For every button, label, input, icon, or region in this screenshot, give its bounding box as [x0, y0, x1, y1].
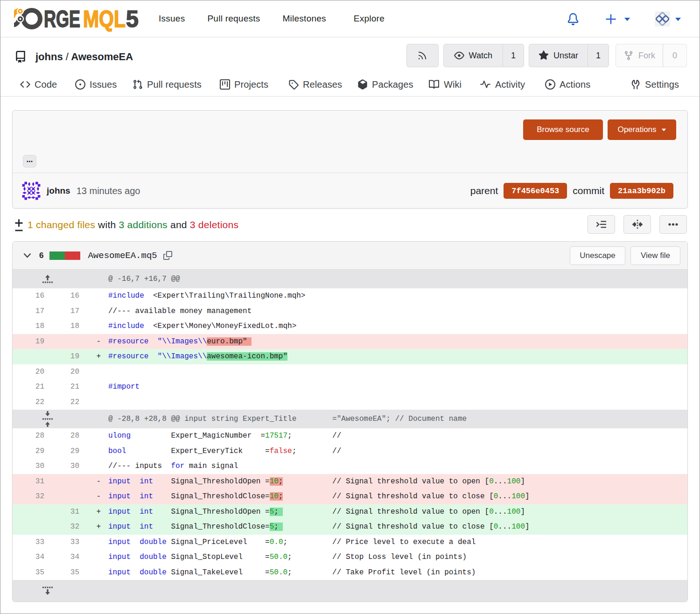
- svg-text:5: 5: [126, 6, 139, 32]
- svg-text:RGE: RGE: [44, 6, 80, 32]
- svg-text:MQL: MQL: [83, 6, 126, 32]
